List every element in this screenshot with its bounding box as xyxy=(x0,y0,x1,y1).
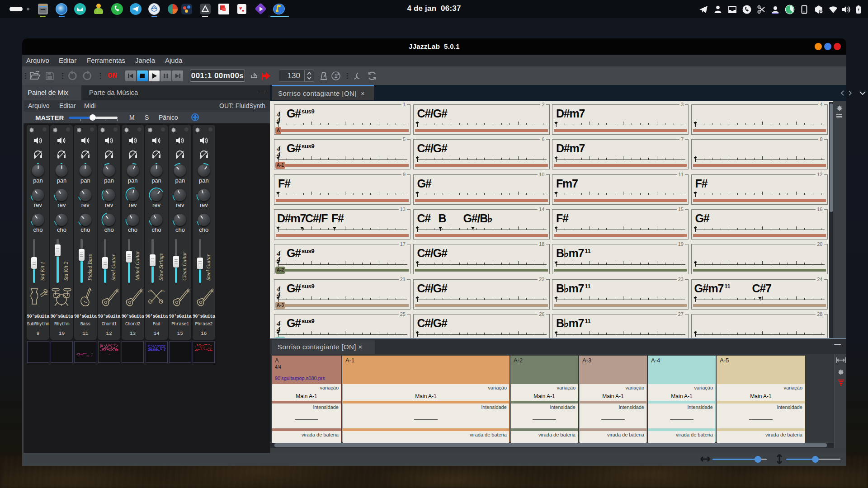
svg-text:1: 1 xyxy=(335,73,337,79)
